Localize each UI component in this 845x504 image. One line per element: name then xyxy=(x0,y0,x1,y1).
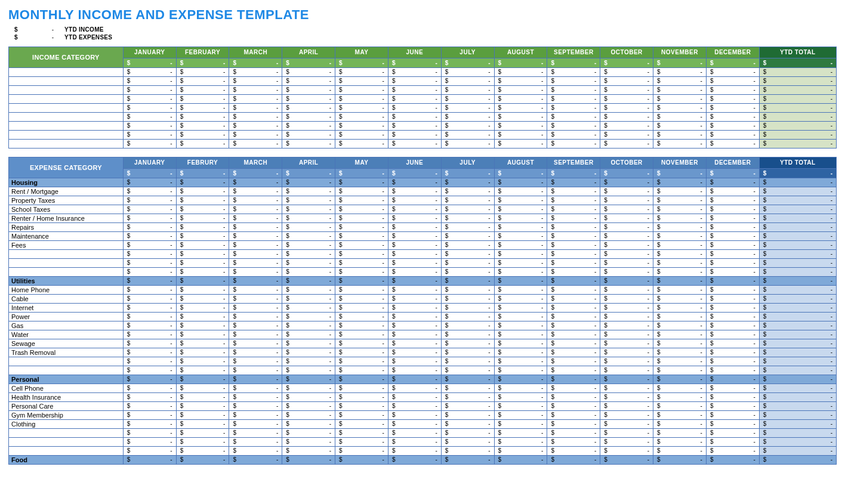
data-cell[interactable]: $- xyxy=(547,214,600,223)
data-cell[interactable]: $- xyxy=(229,438,282,447)
data-cell[interactable]: $- xyxy=(547,339,600,348)
data-cell[interactable]: $- xyxy=(335,131,388,140)
data-cell[interactable]: $- xyxy=(547,313,600,321)
data-cell[interactable]: $- xyxy=(123,104,176,113)
data-cell[interactable]: $- xyxy=(123,313,176,321)
data-cell[interactable]: $- xyxy=(123,429,176,438)
data-cell[interactable]: $- xyxy=(282,321,335,330)
data-cell[interactable]: $- xyxy=(441,232,494,241)
data-cell[interactable]: $- xyxy=(229,95,282,104)
data-cell[interactable]: $- xyxy=(653,366,707,375)
data-cell[interactable]: $- xyxy=(388,77,441,86)
data-cell[interactable]: $- xyxy=(176,241,229,250)
data-cell[interactable]: $- xyxy=(123,286,176,295)
row-label[interactable]: Trash Removal xyxy=(9,348,124,357)
data-cell[interactable]: $- xyxy=(653,348,707,357)
row-label[interactable] xyxy=(9,268,124,277)
data-cell[interactable]: $- xyxy=(706,131,759,140)
row-label[interactable] xyxy=(9,95,124,104)
data-cell[interactable]: $- xyxy=(176,122,229,131)
row-label[interactable]: Water xyxy=(9,330,124,339)
data-cell[interactable]: $- xyxy=(229,187,282,196)
data-cell[interactable]: $- xyxy=(335,393,388,402)
data-cell[interactable]: $- xyxy=(441,402,494,411)
data-cell[interactable]: $- xyxy=(176,250,229,259)
data-cell[interactable]: $- xyxy=(388,205,441,214)
data-cell[interactable]: $- xyxy=(441,447,494,456)
row-label[interactable] xyxy=(9,250,124,259)
data-cell[interactable]: $- xyxy=(335,286,388,295)
data-cell[interactable]: $- xyxy=(600,366,653,375)
data-cell[interactable]: $- xyxy=(176,104,229,113)
data-cell[interactable]: $- xyxy=(547,357,600,366)
data-cell[interactable]: $- xyxy=(388,402,441,411)
data-cell[interactable]: $- xyxy=(600,268,653,277)
data-cell[interactable]: $- xyxy=(123,196,176,205)
data-cell[interactable]: $- xyxy=(229,113,282,122)
data-cell[interactable]: $- xyxy=(653,286,707,295)
row-label[interactable] xyxy=(9,77,124,86)
data-cell[interactable]: $- xyxy=(494,330,547,339)
data-cell[interactable]: $- xyxy=(706,438,759,447)
data-cell[interactable]: $- xyxy=(494,113,547,122)
data-cell[interactable]: $- xyxy=(706,77,759,86)
data-cell[interactable]: $- xyxy=(335,268,388,277)
data-cell[interactable]: $- xyxy=(441,250,494,259)
data-cell[interactable]: $- xyxy=(282,429,335,438)
row-label[interactable] xyxy=(9,140,124,149)
data-cell[interactable]: $- xyxy=(494,77,547,86)
data-cell[interactable]: $- xyxy=(229,223,282,232)
data-cell[interactable]: $- xyxy=(282,304,335,313)
data-cell[interactable]: $- xyxy=(600,241,653,250)
data-cell[interactable]: $- xyxy=(706,241,759,250)
data-cell[interactable]: $- xyxy=(653,313,707,321)
data-cell[interactable]: $- xyxy=(653,429,707,438)
data-cell[interactable]: $- xyxy=(282,214,335,223)
data-cell[interactable]: $- xyxy=(335,104,388,113)
data-cell[interactable]: $- xyxy=(123,122,176,131)
data-cell[interactable]: $- xyxy=(547,411,600,420)
data-cell[interactable]: $- xyxy=(229,304,282,313)
data-cell[interactable]: $- xyxy=(388,411,441,420)
data-cell[interactable]: $- xyxy=(547,131,600,140)
data-cell[interactable]: $- xyxy=(653,304,707,313)
data-cell[interactable]: $- xyxy=(335,348,388,357)
data-cell[interactable]: $- xyxy=(547,348,600,357)
data-cell[interactable]: $- xyxy=(335,250,388,259)
data-cell[interactable]: $- xyxy=(441,321,494,330)
data-cell[interactable]: $- xyxy=(335,304,388,313)
data-cell[interactable]: $- xyxy=(494,205,547,214)
data-cell[interactable]: $- xyxy=(335,330,388,339)
data-cell[interactable]: $- xyxy=(123,232,176,241)
data-cell[interactable]: $- xyxy=(123,68,176,77)
data-cell[interactable]: $- xyxy=(441,214,494,223)
data-cell[interactable]: $- xyxy=(229,286,282,295)
data-cell[interactable]: $- xyxy=(494,357,547,366)
data-cell[interactable]: $- xyxy=(176,411,229,420)
row-label[interactable]: Repairs xyxy=(9,223,124,232)
data-cell[interactable]: $- xyxy=(176,205,229,214)
data-cell[interactable]: $- xyxy=(176,384,229,393)
data-cell[interactable]: $- xyxy=(441,295,494,304)
data-cell[interactable]: $- xyxy=(176,232,229,241)
row-label[interactable] xyxy=(9,438,124,447)
data-cell[interactable]: $- xyxy=(706,86,759,95)
data-cell[interactable]: $- xyxy=(335,295,388,304)
data-cell[interactable]: $- xyxy=(600,330,653,339)
data-cell[interactable]: $- xyxy=(547,140,600,149)
data-cell[interactable]: $- xyxy=(653,402,707,411)
row-label[interactable]: Power xyxy=(9,313,124,321)
data-cell[interactable]: $- xyxy=(282,241,335,250)
data-cell[interactable]: $- xyxy=(123,411,176,420)
data-cell[interactable]: $- xyxy=(123,447,176,456)
data-cell[interactable]: $- xyxy=(335,187,388,196)
data-cell[interactable]: $- xyxy=(547,366,600,375)
data-cell[interactable]: $- xyxy=(282,140,335,149)
data-cell[interactable]: $- xyxy=(547,205,600,214)
data-cell[interactable]: $- xyxy=(229,68,282,77)
data-cell[interactable]: $- xyxy=(123,113,176,122)
row-label[interactable]: Gym Membership xyxy=(9,411,124,420)
data-cell[interactable]: $- xyxy=(547,447,600,456)
data-cell[interactable]: $- xyxy=(653,140,707,149)
data-cell[interactable]: $- xyxy=(706,429,759,438)
